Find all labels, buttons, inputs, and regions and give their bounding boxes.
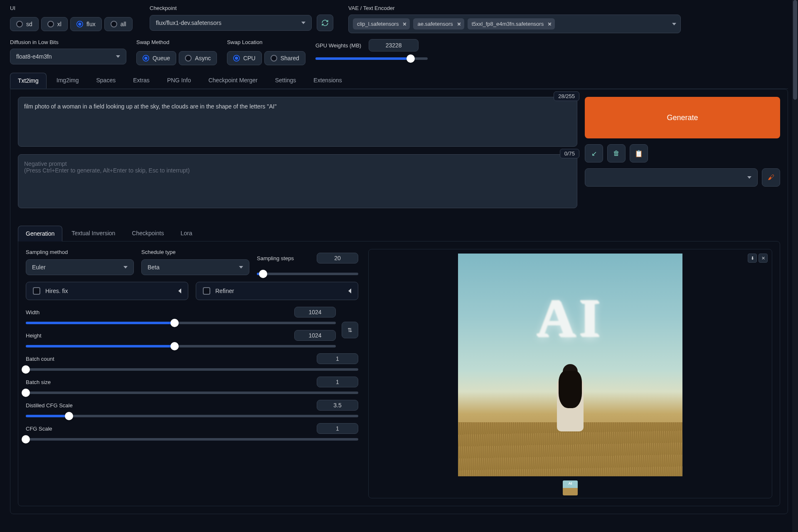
vae-chip-2: t5xxl_fp8_e4m3fn.safetensors [468, 18, 555, 30]
vae-chip-1: ae.safetensors [413, 18, 464, 30]
chevron-down-icon [301, 22, 305, 24]
sampling-method-select[interactable]: Euler [26, 259, 134, 275]
sampling-method-label: Sampling method [26, 249, 134, 255]
ui-option-sd-label: sd [26, 21, 32, 27]
swap-location-shared[interactable]: Shared [264, 51, 305, 65]
chevron-down-icon [239, 266, 243, 268]
hires-fix-checkbox[interactable] [33, 287, 40, 295]
swap-dimensions-button[interactable]: ⇅ [342, 322, 358, 338]
interrogate-button[interactable]: ↙ [585, 144, 603, 163]
chevron-down-icon [747, 176, 751, 179]
sampling-method-value: Euler [32, 264, 46, 271]
ui-option-flux[interactable]: flux [70, 17, 102, 31]
vae-chip-1-text: ae.safetensors [417, 21, 453, 27]
batch-count-slider[interactable] [26, 368, 358, 371]
swap-method-queue-label: Queue [153, 55, 170, 62]
distilled-cfg-slider[interactable] [26, 415, 358, 417]
schedule-type-label: Schedule type [141, 249, 249, 255]
subtab-checkpoints[interactable]: Checkpoints [124, 226, 171, 241]
swap-method-queue[interactable]: Queue [136, 51, 176, 65]
styles-select[interactable] [585, 168, 758, 187]
clear-prompt-button[interactable]: 🗑 [607, 144, 626, 163]
arrow-in-icon: ↙ [591, 150, 597, 158]
sub-tabs: Generation Textual Inversion Checkpoints… [18, 226, 780, 241]
tab-settings[interactable]: Settings [268, 73, 304, 89]
ui-option-sd[interactable]: sd [10, 17, 39, 31]
width-value[interactable]: 1024 [294, 307, 336, 318]
close-preview-button[interactable]: ✕ [759, 254, 768, 263]
tab-checkpoint-merger[interactable]: Checkpoint Merger [201, 73, 265, 89]
batch-count-value[interactable]: 1 [317, 353, 358, 364]
refiner-checkbox[interactable] [203, 287, 210, 295]
schedule-type-value: Beta [148, 264, 160, 271]
paste-button[interactable]: 📋 [630, 144, 648, 163]
refiner-expander[interactable]: Refiner [196, 282, 358, 300]
schedule-type-select[interactable]: Beta [141, 259, 249, 275]
width-slider[interactable] [26, 322, 336, 324]
subtab-lora[interactable]: Lora [173, 226, 200, 241]
batch-size-value[interactable]: 1 [317, 377, 358, 387]
vae-label: VAE / Text Encoder [348, 5, 681, 11]
vae-chip-0: clip_l.safetensors [353, 18, 410, 30]
ui-label: UI [10, 5, 135, 11]
tab-pnginfo[interactable]: PNG Info [160, 73, 199, 89]
tab-txt2img[interactable]: Txt2img [10, 73, 47, 89]
ui-option-all[interactable]: all [104, 17, 133, 31]
gallery-thumbnail[interactable]: AI [563, 480, 578, 495]
cfg-slider[interactable] [26, 438, 358, 441]
checkpoint-select[interactable]: flux/flux1-dev.safetensors [150, 15, 312, 31]
main-tabs: Txt2img Img2img Spaces Extras PNG Info C… [10, 73, 788, 89]
cfg-value[interactable]: 1 [317, 423, 358, 434]
download-icon: ⬇ [751, 256, 754, 261]
hires-fix-expander[interactable]: Hires. fix [26, 282, 188, 300]
swap-icon: ⇅ [347, 327, 352, 333]
sampling-steps-slider[interactable] [257, 268, 358, 275]
distilled-cfg-value[interactable]: 3.5 [317, 400, 358, 411]
swap-method-async[interactable]: Async [179, 51, 217, 65]
gpu-weights-input[interactable] [369, 39, 419, 52]
height-slider[interactable] [26, 345, 336, 347]
remove-chip-icon[interactable] [548, 22, 551, 25]
tab-spaces[interactable]: Spaces [89, 73, 123, 89]
height-label: Height [26, 332, 42, 339]
trash-icon: 🗑 [613, 150, 620, 157]
scrollbar[interactable] [792, 0, 798, 532]
tab-img2img[interactable]: Img2img [49, 73, 86, 89]
height-value[interactable]: 1024 [294, 330, 336, 341]
chevron-down-icon [123, 266, 128, 268]
ui-option-flux-label: flux [86, 21, 96, 27]
collapse-icon [178, 288, 181, 293]
download-image-button[interactable]: ⬇ [748, 254, 757, 263]
neg-prompt-placeholder-1: Negative prompt [24, 160, 571, 167]
batch-size-slider[interactable] [26, 392, 358, 394]
edit-styles-button[interactable]: 🖌 [762, 168, 780, 187]
tab-extras[interactable]: Extras [126, 73, 157, 89]
remove-chip-icon[interactable] [403, 22, 406, 25]
subtab-generation[interactable]: Generation [18, 226, 62, 241]
lowbits-select[interactable]: float8-e4m3fn [10, 49, 126, 64]
prompt-text: film photo of a woman in a field looking… [24, 103, 571, 110]
gpu-weights-slider[interactable] [315, 53, 428, 60]
swap-location-label: Swap Location [227, 39, 305, 45]
negative-prompt-input[interactable]: 0/75 Negative prompt (Press Ctrl+Enter t… [18, 154, 577, 208]
remove-chip-icon[interactable] [457, 22, 460, 25]
swap-location-cpu[interactable]: CPU [227, 51, 262, 65]
neg-prompt-counter: 0/75 [560, 149, 579, 158]
tab-extensions[interactable]: Extensions [306, 73, 349, 89]
refresh-checkpoint-button[interactable] [317, 15, 333, 31]
output-gallery[interactable]: ⬇ ✕ AI AI [368, 249, 772, 498]
ui-option-xl[interactable]: xl [41, 17, 68, 31]
subtab-textual-inversion[interactable]: Textual Inversion [64, 226, 123, 241]
sampling-steps-value[interactable]: 20 [317, 253, 358, 264]
scrollbar-thumb[interactable] [793, 0, 797, 100]
generate-button[interactable]: Generate [585, 97, 780, 138]
ui-option-xl-label: xl [57, 21, 62, 27]
generated-image[interactable]: AI [458, 254, 682, 476]
chevron-down-icon [672, 23, 676, 25]
swap-location-cpu-label: CPU [243, 55, 256, 62]
hires-fix-label: Hires. fix [45, 288, 68, 294]
vae-multiselect[interactable]: clip_l.safetensors ae.safetensors t5xxl_… [348, 15, 681, 33]
prompt-input[interactable]: 28/255 film photo of a woman in a field … [18, 97, 577, 147]
lowbits-value: float8-e4m3fn [16, 53, 52, 60]
swap-method-label: Swap Method [136, 39, 217, 45]
